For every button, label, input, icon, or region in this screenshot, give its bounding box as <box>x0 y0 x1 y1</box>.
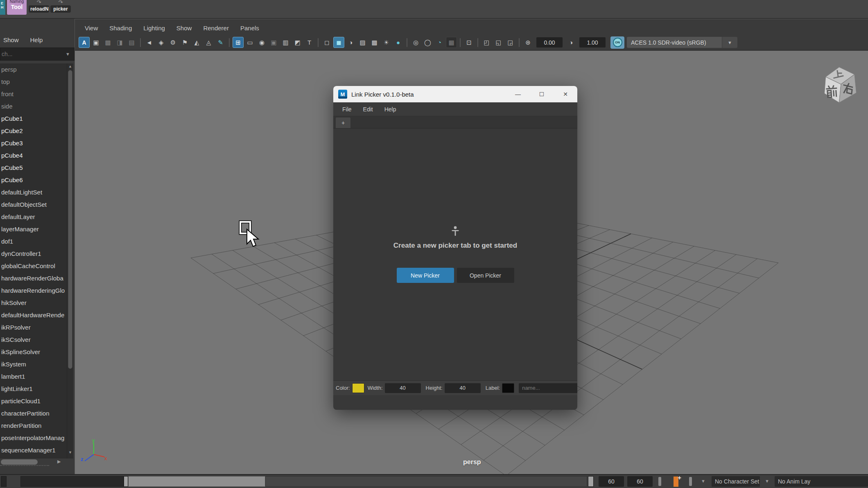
outliner-item[interactable]: defaultHardwareRende <box>0 309 67 321</box>
menu-renderer[interactable]: Renderer <box>198 23 234 33</box>
on-toggle-icon[interactable]: ON <box>613 38 622 47</box>
color-management-toggle[interactable]: ON <box>610 36 624 49</box>
outliner-item[interactable]: defaultObjectSet <box>0 199 67 211</box>
close-button[interactable]: ✕ <box>554 86 577 102</box>
scrollbar-thumb[interactable] <box>68 70 72 369</box>
scroll-right-icon[interactable]: ▶ <box>57 459 61 464</box>
isolate-select-icon[interactable]: ◰ <box>481 37 492 48</box>
shadows-icon[interactable]: ● <box>393 37 404 48</box>
menu-show[interactable]: Show <box>172 23 197 33</box>
add-tab-button[interactable]: + <box>336 117 350 128</box>
outliner-item[interactable]: pCube4 <box>0 149 67 162</box>
isolate-edit-icon[interactable]: ◲ <box>505 37 516 48</box>
motion-blur-icon[interactable]: ◯ <box>422 37 433 48</box>
outliner-item[interactable]: globalCacheControl <box>0 260 67 272</box>
inactive-icon-1[interactable]: ▩ <box>102 37 113 48</box>
playback-option-icon[interactable] <box>689 477 692 486</box>
height-field[interactable] <box>445 383 481 393</box>
add-bookmark-icon[interactable] <box>674 477 678 487</box>
colorspace-dropdown-arrow[interactable]: ▼ <box>722 37 737 48</box>
outliner-item[interactable]: hardwareRenderingGlo <box>0 285 67 297</box>
outliner-item[interactable]: pCube6 <box>0 174 67 186</box>
outliner-item[interactable]: renderPartition <box>0 420 67 432</box>
chevron-down-icon[interactable]: ▼ <box>66 52 74 56</box>
playback-end-field[interactable] <box>599 476 624 487</box>
field-chart-icon[interactable]: ▥ <box>280 37 291 48</box>
grid-icon[interactable]: ⊞ <box>233 37 244 48</box>
outliner-menu-help[interactable]: Help <box>30 36 43 43</box>
picker-script-shelf-button[interactable]: ↷ picker <box>50 0 71 15</box>
gate-mask-icon[interactable]: ▣ <box>268 37 279 48</box>
outliner-item[interactable]: pCube1 <box>0 113 67 125</box>
shaded-mode-icon[interactable]: ◼ <box>333 37 344 48</box>
naming-tool-shelf-button[interactable]: Naming Tool <box>7 0 27 15</box>
lighting-icon[interactable]: ☀ <box>381 37 392 48</box>
label-color-swatch[interactable] <box>502 383 514 393</box>
outliner-item[interactable]: dof1 <box>0 235 67 248</box>
outliner-menu-show[interactable]: Show <box>3 36 19 43</box>
scroll-down-icon[interactable]: ▼ <box>67 450 73 454</box>
outliner-search[interactable]: ▼ <box>0 47 75 61</box>
anim-layer-dropdown[interactable]: No Anim Lay <box>775 476 868 487</box>
dialog-menu-edit[interactable]: Edit <box>357 106 379 113</box>
outliner-item[interactable]: top <box>0 76 67 88</box>
outliner-item[interactable]: dynController1 <box>0 248 67 260</box>
exposure-icon[interactable]: ⊛ <box>522 37 533 48</box>
outliner-item[interactable]: pCube2 <box>0 125 67 137</box>
outliner-item[interactable]: ikRPsolver <box>0 321 67 334</box>
time-field[interactable] <box>20 476 124 487</box>
outliner-item[interactable]: sequenceManager1 <box>0 444 67 456</box>
outliner-item[interactable]: pCube5 <box>0 162 67 174</box>
scroll-up-icon[interactable]: ▲ <box>67 64 73 68</box>
inactive-icon-3[interactable]: ▤ <box>126 37 137 48</box>
range-slider-left-handle[interactable] <box>124 476 128 487</box>
bookmark-icon[interactable]: ⚑ <box>179 37 190 48</box>
minimize-button[interactable]: — <box>506 86 530 102</box>
chevron-down-icon[interactable]: ▼ <box>701 479 705 483</box>
resolution-gate-icon[interactable]: ◉ <box>256 37 267 48</box>
camera-lock-icon[interactable]: ◈ <box>156 37 167 48</box>
chevron-down-icon[interactable]: ▼ <box>765 479 769 483</box>
outliner-item[interactable]: lightLinker1 <box>0 383 67 395</box>
outliner-item[interactable]: pCube3 <box>0 137 67 149</box>
color-swatch[interactable] <box>352 383 364 393</box>
grease-pencil-icon[interactable]: ✎ <box>215 37 226 48</box>
outliner-item[interactable]: ikSCsolver <box>0 334 67 346</box>
new-picker-button[interactable]: New Picker <box>397 268 454 283</box>
dialog-menu-file[interactable]: File <box>337 106 357 113</box>
character-set-dropdown[interactable]: No Character Set <box>712 476 760 487</box>
colorspace-dropdown[interactable]: ACES 1.0 SDR-video (sRGB) <box>627 37 722 48</box>
outliner-item[interactable]: lambert1 <box>0 371 67 383</box>
clipped-shelf-icon[interactable]: E H <box>0 0 5 15</box>
dialog-menu-help[interactable]: Help <box>379 106 402 113</box>
maximize-button[interactable]: ☐ <box>530 86 554 102</box>
film-gate-icon[interactable]: ◭ <box>191 37 202 48</box>
wireframe-mode-icon[interactable]: ◻ <box>321 37 332 48</box>
width-field[interactable] <box>385 383 421 393</box>
outliner-vertical-scrollbar[interactable]: ▲ ▼ <box>67 63 73 459</box>
range-slider-right-handle[interactable] <box>588 476 594 487</box>
checker-icon[interactable]: ▩ <box>369 37 380 48</box>
playback-option-icon[interactable] <box>658 477 661 486</box>
inactive-icon-2[interactable]: ◨ <box>114 37 125 48</box>
menu-lighting[interactable]: Lighting <box>138 23 170 33</box>
outliner-item[interactable]: hikSolver <box>0 297 67 309</box>
video-camera-icon[interactable]: ◄ <box>144 37 155 48</box>
outliner-search-input[interactable] <box>0 50 66 58</box>
dialog-titlebar[interactable]: M Link Picker v0.1.0-beta — ☐ ✕ <box>333 86 577 102</box>
exposure-field[interactable]: 0.00 <box>536 37 563 47</box>
open-picker-button[interactable]: Open Picker <box>457 268 514 283</box>
select-through-icon[interactable]: ⊡ <box>463 37 475 48</box>
outliner-item[interactable]: side <box>0 100 67 113</box>
contrast-field[interactable]: 1.00 <box>579 37 606 47</box>
outliner-item[interactable]: front <box>0 88 67 100</box>
range-slider-bar[interactable] <box>128 476 265 487</box>
outliner-item[interactable]: hardwareRenderGloba <box>0 272 67 285</box>
range-slider-track[interactable] <box>265 476 587 487</box>
outliner-item[interactable]: characterPartition <box>0 407 67 420</box>
menu-shading[interactable]: Shading <box>104 23 137 33</box>
outliner-item[interactable]: defaultLayer <box>0 211 67 223</box>
outliner-item[interactable]: persp <box>0 63 67 76</box>
outliner-item[interactable]: poseInterpolatorManag <box>0 432 67 444</box>
outliner-item[interactable]: particleCloud1 <box>0 395 67 407</box>
